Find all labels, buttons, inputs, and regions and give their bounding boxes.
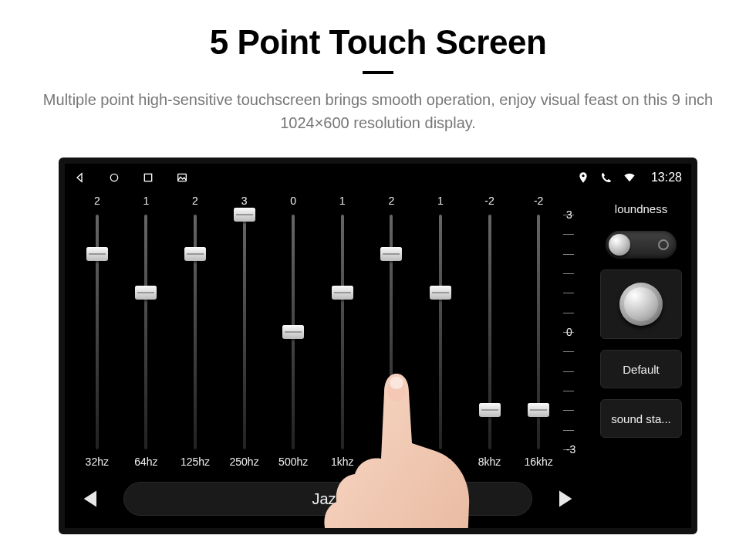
eq-scale-tick bbox=[563, 293, 574, 293]
home-icon[interactable] bbox=[108, 171, 120, 184]
loudness-toggle[interactable] bbox=[606, 231, 677, 259]
eq-slider[interactable]: -216khz bbox=[514, 195, 563, 473]
eq-slider-freq: 1khz bbox=[331, 456, 354, 473]
eq-scale-tick bbox=[563, 391, 574, 391]
eq-slider-freq: 32hz bbox=[86, 456, 109, 473]
eq-scale-label: 3 bbox=[566, 208, 572, 221]
eq-slider[interactable]: -28khz bbox=[465, 195, 515, 473]
location-icon bbox=[577, 171, 589, 184]
eq-slider-thumb[interactable] bbox=[135, 286, 157, 300]
eq-slider[interactable]: 0500hz bbox=[268, 195, 318, 473]
page-title: 5 Point Touch Screen bbox=[0, 23, 756, 62]
eq-scale-label: 0 bbox=[566, 326, 572, 338]
eq-slider-value: 2 bbox=[192, 195, 198, 210]
eq-slider-value: 1 bbox=[437, 195, 444, 210]
svg-rect-2 bbox=[178, 174, 187, 181]
balance-control[interactable] bbox=[600, 269, 682, 339]
eq-scale-tick bbox=[563, 351, 574, 352]
eq-slider-thumb[interactable] bbox=[430, 286, 451, 300]
eq-slider-freq: 125hz bbox=[181, 456, 210, 473]
wifi-icon bbox=[623, 171, 636, 184]
default-button[interactable]: Default bbox=[600, 350, 682, 388]
eq-slider-freq: 250hz bbox=[230, 456, 259, 473]
svg-point-0 bbox=[110, 174, 117, 181]
equalizer-panel: 232hz164hz2125hz3250hz0500hz11khz22khz14… bbox=[65, 191, 591, 528]
eq-slider-freq: 64hz bbox=[134, 456, 157, 473]
device-frame: 13:28 232hz164hz2125hz3250hz0500hz11khz2… bbox=[59, 158, 697, 534]
preset-name[interactable]: Jazz bbox=[123, 482, 532, 516]
eq-slider-thumb[interactable] bbox=[479, 403, 501, 417]
eq-slider-thumb[interactable] bbox=[282, 325, 304, 339]
eq-scale: 30-3 bbox=[563, 195, 583, 473]
eq-slider-freq: 500hz bbox=[278, 456, 308, 473]
eq-slider[interactable]: 2125hz bbox=[170, 195, 220, 473]
eq-scale-tick bbox=[563, 371, 574, 372]
back-icon[interactable] bbox=[74, 171, 86, 184]
eq-slider[interactable]: 3250hz bbox=[220, 195, 269, 473]
preset-next-button[interactable] bbox=[546, 483, 583, 514]
eq-slider-value: -2 bbox=[534, 195, 543, 210]
eq-scale-tick bbox=[563, 410, 574, 411]
preset-prev-button[interactable] bbox=[73, 483, 110, 514]
loudness-label: loundness bbox=[600, 202, 682, 215]
eq-sliders-row: 232hz164hz2125hz3250hz0500hz11khz22khz14… bbox=[73, 195, 583, 473]
sound-stage-button[interactable]: sound sta... bbox=[600, 399, 682, 438]
status-bar: 13:28 bbox=[65, 164, 691, 191]
clock-time: 13:28 bbox=[651, 171, 682, 185]
eq-slider-freq: 4khz bbox=[429, 456, 452, 473]
eq-slider-value: 2 bbox=[94, 195, 100, 210]
eq-slider[interactable]: 164hz bbox=[122, 195, 171, 473]
phone-icon bbox=[600, 171, 613, 184]
eq-scale-tick bbox=[563, 430, 574, 431]
svg-rect-1 bbox=[144, 174, 151, 181]
eq-scale-tick bbox=[563, 234, 574, 235]
eq-slider-value: 1 bbox=[143, 195, 149, 210]
eq-slider-thumb[interactable] bbox=[332, 286, 353, 300]
title-underline bbox=[363, 71, 393, 74]
eq-slider[interactable]: 22khz bbox=[367, 195, 417, 473]
eq-slider-thumb[interactable] bbox=[234, 208, 255, 222]
eq-slider-value: 1 bbox=[339, 195, 346, 210]
eq-slider-value: 2 bbox=[388, 195, 394, 210]
eq-slider-freq: 2khz bbox=[380, 456, 403, 473]
eq-slider-thumb[interactable] bbox=[86, 247, 108, 261]
page-subtitle: Multiple point high-sensitive touchscree… bbox=[39, 88, 717, 134]
image-icon[interactable] bbox=[176, 171, 188, 184]
recent-apps-icon[interactable] bbox=[142, 171, 154, 184]
eq-slider-thumb[interactable] bbox=[380, 247, 402, 261]
eq-slider-value: 0 bbox=[290, 195, 296, 210]
eq-scale-label: -3 bbox=[566, 443, 575, 456]
eq-scale-tick bbox=[563, 254, 574, 255]
eq-slider[interactable]: 14khz bbox=[416, 195, 465, 473]
eq-slider-value: -2 bbox=[484, 195, 494, 210]
eq-slider[interactable]: 232hz bbox=[73, 195, 122, 473]
eq-slider[interactable]: 11khz bbox=[318, 195, 367, 473]
eq-scale-tick bbox=[563, 273, 574, 274]
eq-slider-thumb[interactable] bbox=[184, 247, 206, 261]
eq-slider-thumb[interactable] bbox=[528, 403, 549, 417]
eq-slider-freq: 16khz bbox=[524, 456, 552, 473]
eq-scale-tick bbox=[563, 313, 574, 313]
eq-slider-freq: 8khz bbox=[478, 456, 501, 473]
